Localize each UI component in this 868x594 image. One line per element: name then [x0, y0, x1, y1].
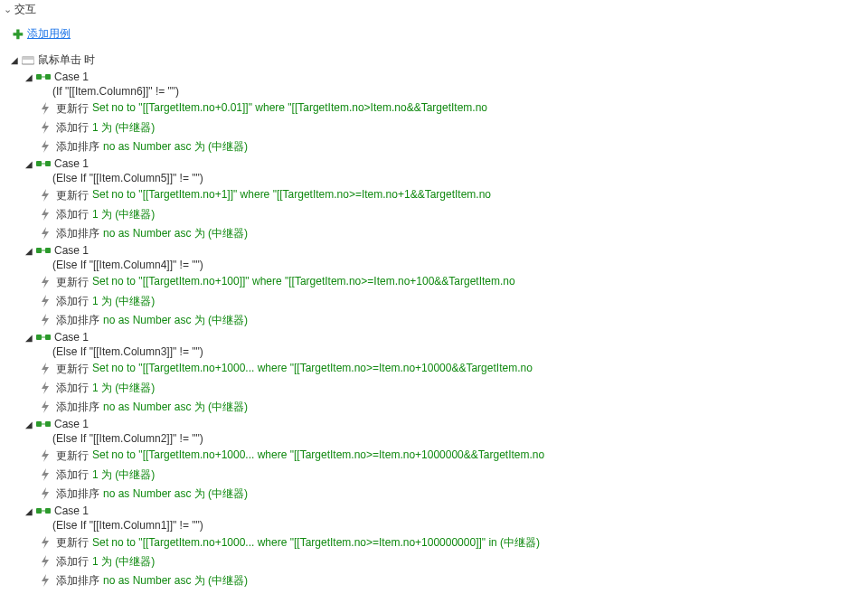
case-condition: (Else If "[[Item.Column2]]" != ""): [25, 432, 864, 445]
case-condition: (If "[[Item.Column6]]" != ""): [25, 85, 864, 98]
collapse-toggle-icon[interactable]: ◢: [25, 333, 36, 343]
lightning-icon: [40, 382, 52, 392]
svg-marker-7: [42, 140, 49, 153]
lightning-icon: [40, 363, 52, 373]
action-row[interactable]: 添加排序no as Number asc 为 (中继器): [25, 224, 864, 243]
svg-marker-35: [42, 536, 49, 549]
svg-marker-18: [42, 295, 49, 307]
event-label: 鼠标单击 时: [38, 52, 95, 68]
lightning-icon: [40, 208, 52, 219]
lightning-icon: [40, 227, 52, 238]
event-row[interactable]: ◢ 鼠标单击 时: [4, 51, 864, 70]
case-icon: [36, 332, 51, 343]
svg-marker-29: [42, 449, 49, 462]
case-label: Case 1: [54, 71, 89, 83]
lightning-icon: [40, 574, 52, 585]
case-label: Case 1: [54, 331, 89, 344]
action-value: no as Number asc 为 (中继器): [103, 139, 248, 155]
action-row[interactable]: 更新行Set no to "[[TargetItem.no+1000... wh…: [25, 533, 864, 552]
action-label: 更新行: [56, 188, 89, 203]
svg-marker-13: [42, 227, 49, 240]
action-row[interactable]: 更新行Set no to "[[TargetItem.no+0.01]]" wh…: [25, 99, 864, 118]
action-row[interactable]: 添加排序no as Number asc 为 (中继器): [25, 311, 864, 330]
action-row[interactable]: 添加行1 为 (中继器): [25, 292, 864, 311]
lightning-icon: [40, 276, 52, 287]
case-icon: [36, 505, 51, 516]
add-case-row[interactable]: ✚ 添加用例: [4, 19, 864, 51]
case-row[interactable]: ◢Case 1: [25, 156, 864, 171]
case-condition: (Else If "[[Item.Column5]]" != ""): [25, 172, 864, 184]
case-condition: (Else If "[[Item.Column3]]" != ""): [25, 345, 864, 358]
action-label: 添加排序: [56, 400, 99, 415]
action-row[interactable]: 添加行1 为 (中继器): [25, 118, 864, 137]
svg-rect-10: [41, 164, 46, 165]
lightning-icon: [40, 487, 52, 498]
action-label: 添加排序: [56, 139, 99, 155]
action-value: 1 为 (中继器): [92, 294, 155, 309]
action-value: no as Number asc 为 (中继器): [103, 313, 248, 328]
action-value: Set no to "[[TargetItem.no+1]]" where "[…: [92, 188, 491, 201]
action-label: 添加行: [56, 294, 89, 309]
case-row[interactable]: ◢Case 1: [25, 243, 864, 258]
lightning-icon: [40, 468, 52, 479]
action-row[interactable]: 添加排序no as Number asc 为 (中继器): [25, 571, 864, 590]
case-row[interactable]: ◢Case 1: [25, 70, 864, 84]
svg-marker-36: [42, 555, 49, 568]
action-row[interactable]: 添加排序no as Number asc 为 (中继器): [25, 398, 864, 417]
lightning-icon: [40, 536, 52, 547]
section-header[interactable]: ⌄ 交互: [4, 0, 864, 19]
svg-marker-30: [42, 468, 49, 481]
lightning-icon: [40, 102, 52, 113]
svg-rect-28: [41, 424, 46, 425]
action-value: 1 为 (中继器): [92, 120, 155, 136]
action-label: 添加行: [56, 207, 89, 222]
case-row[interactable]: ◢Case 1: [25, 417, 864, 431]
svg-rect-1: [22, 57, 34, 60]
svg-marker-19: [42, 314, 49, 326]
collapse-toggle-icon[interactable]: ◢: [25, 420, 36, 429]
action-row[interactable]: 更新行Set no to "[[TargetItem.no+100]]" whe…: [25, 273, 864, 292]
action-label: 添加排序: [56, 486, 99, 502]
collapse-toggle-icon[interactable]: ◢: [11, 55, 22, 65]
case-label: Case 1: [54, 504, 89, 517]
action-row[interactable]: 更新行Set no to "[[TargetItem.no+1]]" where…: [25, 186, 864, 205]
svg-marker-25: [42, 401, 49, 413]
action-row[interactable]: 添加行1 为 (中继器): [25, 205, 864, 224]
svg-rect-34: [41, 511, 46, 512]
case-row[interactable]: ◢Case 1: [25, 504, 864, 518]
action-value: no as Number asc 为 (中继器): [103, 400, 248, 415]
svg-marker-5: [42, 102, 49, 115]
action-row[interactable]: 添加排序no as Number asc 为 (中继器): [25, 485, 864, 504]
case-label: Case 1: [54, 418, 89, 430]
plus-icon: ✚: [13, 27, 24, 42]
action-label: 更新行: [56, 448, 89, 464]
add-case-link[interactable]: 添加用例: [27, 26, 71, 42]
collapse-toggle-icon[interactable]: ◢: [25, 506, 36, 516]
case-row[interactable]: ◢Case 1: [25, 330, 864, 344]
action-value: 1 为 (中继器): [92, 207, 155, 222]
lightning-icon: [40, 314, 52, 325]
lightning-icon: [40, 189, 52, 200]
action-row[interactable]: 添加行1 为 (中继器): [25, 552, 864, 571]
event-icon: [22, 55, 34, 66]
action-row[interactable]: 添加行1 为 (中继器): [25, 379, 864, 398]
svg-marker-23: [42, 363, 49, 375]
action-value: Set no to "[[TargetItem.no+0.01]]" where…: [92, 101, 487, 114]
action-label: 更新行: [56, 275, 89, 290]
action-row[interactable]: 更新行Set no to "[[TargetItem.no+1000... wh…: [25, 447, 864, 466]
action-value: 1 为 (中继器): [92, 381, 155, 396]
svg-marker-37: [42, 574, 49, 587]
chevron-down-icon: ⌄: [4, 4, 14, 15]
action-row[interactable]: 更新行Set no to "[[TargetItem.no+1000... wh…: [25, 360, 864, 379]
case-condition: (Else If "[[Item.Column4]]" != ""): [25, 259, 864, 271]
collapse-toggle-icon[interactable]: ◢: [25, 72, 36, 82]
collapse-toggle-icon[interactable]: ◢: [25, 159, 36, 169]
lightning-icon: [40, 121, 52, 132]
collapse-toggle-icon[interactable]: ◢: [25, 246, 36, 256]
action-row[interactable]: 添加排序no as Number asc 为 (中继器): [25, 137, 864, 156]
svg-rect-22: [41, 337, 46, 338]
action-row[interactable]: 添加行1 为 (中继器): [25, 466, 864, 485]
action-label: 添加行: [56, 120, 89, 136]
svg-marker-11: [42, 189, 49, 202]
svg-marker-12: [42, 208, 49, 221]
